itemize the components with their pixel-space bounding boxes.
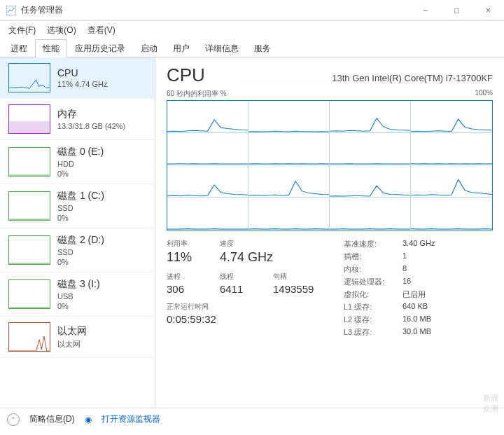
stat-uptime-label: 正常运行时间 — [167, 302, 316, 312]
tab-services[interactable]: 服务 — [246, 39, 279, 57]
info-key: L1 缓存: — [344, 302, 402, 312]
sidebar-item-sub: USB — [57, 292, 149, 301]
sidebar[interactable]: CPU 11% 4.74 GHz 内存 13.3/31.8 GB (42%) 磁… — [0, 57, 155, 408]
info-key: L2 缓存: — [344, 315, 402, 325]
info-value: 16.0 MB — [402, 315, 493, 325]
core-graph-12 — [167, 198, 248, 230]
menubar: 文件(F) 选项(O) 查看(V) — [0, 21, 504, 39]
sidebar-item-mem-1[interactable]: 内存 13.3/31.8 GB (42%) — [0, 99, 155, 140]
thumb-icon — [8, 322, 50, 352]
info-row-4: 虚拟化: 已启用 — [344, 289, 493, 300]
tab-users[interactable]: 用户 — [165, 39, 197, 57]
stat-util-label: 利用率 — [167, 239, 204, 249]
core-graph-11 — [411, 165, 492, 198]
info-row-5: L1 缓存: 640 KB — [344, 302, 493, 312]
info-value: 3.40 GHz — [402, 239, 493, 249]
core-graph-8 — [167, 165, 248, 198]
core-graph-grid[interactable] — [167, 100, 493, 230]
resource-monitor-link[interactable]: 打开资源监视器 — [102, 413, 160, 425]
close-button[interactable]: × — [472, 0, 504, 21]
stat-speed-value: 4.74 GHz — [220, 250, 273, 265]
info-row-6: L2 缓存: 16.0 MB — [344, 315, 493, 325]
info-key: 虚拟化: — [344, 289, 402, 300]
info-value: 16 — [402, 277, 493, 287]
thumb-icon — [8, 235, 50, 265]
resmon-icon: ◉ — [85, 415, 92, 424]
sidebar-item-sub: SSD — [57, 248, 149, 256]
tabs: 进程 性能 应用历史记录 启动 用户 详细信息 服务 — [0, 39, 504, 57]
cpu-info-table: 基准速度: 3.40 GHz 插槽: 1 内核: 8 逻辑处理器: 16 虚拟化… — [344, 239, 493, 340]
tab-startup[interactable]: 启动 — [133, 39, 165, 57]
core-graph-10 — [330, 165, 411, 198]
stat-speed-label: 速度 — [220, 239, 273, 249]
info-value: 已启用 — [402, 289, 493, 300]
thumb-icon — [8, 104, 50, 134]
sidebar-item-cpu-0[interactable]: CPU 11% 4.74 GHz — [0, 57, 155, 99]
info-key: 插槽: — [344, 251, 402, 262]
core-graph-1 — [248, 101, 330, 133]
core-graph-4 — [167, 133, 248, 165]
sidebar-item-sub2: 0% — [57, 214, 149, 222]
sidebar-item-sub: 13.3/31.8 GB (42%) — [57, 122, 149, 130]
core-graph-15 — [411, 198, 492, 230]
sidebar-item-net-6[interactable]: 以太网 以太网 — [0, 317, 155, 358]
chevron-up-icon[interactable]: ⌃ — [7, 413, 20, 426]
menu-view[interactable]: 查看(V) — [82, 22, 121, 39]
sidebar-item-sub: 以太网 — [57, 339, 149, 350]
thumb-icon — [8, 147, 50, 177]
sidebar-item-title: 磁盘 2 (D:) — [57, 234, 149, 247]
info-row-1: 插槽: 1 — [344, 251, 493, 262]
thumb-icon — [8, 191, 50, 221]
sidebar-item-title: CPU — [57, 67, 149, 78]
svg-rect-0 — [6, 6, 16, 15]
window-controls: − □ × — [410, 0, 504, 20]
maximize-button[interactable]: □ — [441, 0, 472, 21]
core-graph-7 — [411, 133, 492, 165]
watermark: 新浪众测 — [483, 393, 498, 414]
info-key: L3 缓存: — [344, 327, 402, 338]
stat-proc-label: 进程 — [167, 272, 204, 282]
info-row-2: 内核: 8 — [344, 264, 493, 275]
core-graph-14 — [330, 198, 411, 230]
info-value: 1 — [402, 251, 493, 262]
sidebar-item-title: 磁盘 1 (C:) — [57, 190, 149, 202]
thumb-icon — [8, 279, 50, 309]
info-row-7: L3 缓存: 30.0 MB — [344, 327, 493, 338]
sidebar-item-disk-5[interactable]: 磁盘 3 (I:) USB 0% — [0, 272, 155, 317]
tab-performance[interactable]: 性能 — [35, 39, 67, 57]
core-graph-6 — [330, 133, 411, 165]
tab-processes[interactable]: 进程 — [3, 39, 35, 57]
sidebar-item-sub: HDD — [57, 160, 149, 168]
menu-file[interactable]: 文件(F) — [3, 22, 41, 39]
brief-view-link[interactable]: 简略信息(D) — [29, 413, 75, 425]
stat-handle-label: 句柄 — [273, 272, 314, 282]
minimize-button[interactable]: − — [410, 0, 441, 21]
sidebar-item-disk-3[interactable]: 磁盘 1 (C:) SSD 0% — [0, 184, 155, 228]
footer: ⌃ 简略信息(D) ◉ 打开资源监视器 — [0, 408, 504, 430]
info-value: 8 — [402, 264, 493, 275]
core-graph-3 — [411, 101, 492, 133]
cpu-heading: CPU — [167, 64, 205, 86]
sidebar-item-title: 磁盘 0 (E:) — [57, 146, 149, 158]
titlebar: 任务管理器 − □ × — [0, 0, 504, 21]
info-row-0: 基准速度: 3.40 GHz — [344, 239, 493, 249]
tab-app-history[interactable]: 应用历史记录 — [67, 39, 133, 57]
sidebar-item-disk-2[interactable]: 磁盘 0 (E:) HDD 0% — [0, 140, 155, 184]
stat-thread-value: 6411 — [220, 283, 258, 295]
window-title: 任务管理器 — [21, 4, 410, 16]
stat-proc-value: 306 — [167, 283, 204, 295]
info-key: 逻辑处理器: — [344, 277, 402, 287]
cpu-model: 13th Gen Intel(R) Core(TM) i7-13700KF — [332, 73, 493, 83]
core-graph-5 — [248, 133, 330, 165]
sidebar-item-title: 以太网 — [57, 325, 149, 338]
stat-uptime-value: 0:05:59:32 — [167, 313, 316, 325]
sidebar-item-disk-4[interactable]: 磁盘 2 (D:) SSD 0% — [0, 228, 155, 272]
graph-label-left: 60 秒内的利用率 % — [167, 89, 227, 99]
sidebar-item-sub: SSD — [57, 204, 149, 212]
info-row-3: 逻辑处理器: 16 — [344, 277, 493, 287]
core-graph-9 — [248, 165, 330, 198]
menu-options[interactable]: 选项(O) — [41, 22, 81, 39]
tab-details[interactable]: 详细信息 — [197, 39, 246, 57]
sidebar-item-sub: 11% 4.74 GHz — [57, 80, 149, 88]
sidebar-item-title: 磁盘 3 (I:) — [57, 278, 149, 291]
